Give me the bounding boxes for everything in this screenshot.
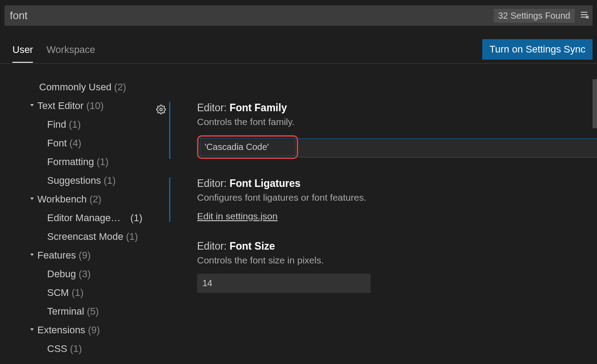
tree-count: (2) [89, 194, 101, 205]
tree-count: (2) [114, 81, 126, 93]
chevron-down-icon [28, 100, 36, 112]
settings-search-bar: 32 Settings Found [4, 5, 593, 26]
tab-workspace[interactable]: Workspace [46, 40, 95, 63]
settings-main-panel: Editor: Font Family Controls the font fa… [156, 76, 597, 358]
settings-tree-sidebar: Commonly Used (2) Text Editor (10) Find … [0, 76, 156, 358]
tree-item-debug[interactable]: Debug (3) [13, 265, 156, 283]
chevron-down-icon [28, 324, 36, 336]
tree-label: Formatting [47, 156, 94, 168]
search-right-controls: 32 Settings Found [494, 9, 589, 23]
settings-content: Commonly Used (2) Text Editor (10) Find … [0, 76, 597, 358]
tree-item-find[interactable]: Find (1) [13, 115, 156, 134]
filter-icon[interactable] [579, 10, 589, 21]
vertical-scrollbar-thumb[interactable] [593, 79, 597, 128]
tree-item-editor-management[interactable]: Editor Manage… (1) [13, 209, 156, 227]
highlight-annotation [197, 135, 298, 159]
settings-found-badge: 32 Settings Found [494, 9, 575, 23]
svg-point-5 [160, 108, 162, 111]
font-family-input[interactable] [200, 138, 295, 156]
setting-title: Editor: Font Family [197, 102, 597, 114]
tree-item-css[interactable]: CSS (1) [13, 340, 156, 358]
input-background-extension [298, 138, 597, 158]
setting-editor-font-size: Editor: Font Size Controls the font size… [169, 240, 597, 293]
tree-item-suggestions[interactable]: Suggestions (1) [13, 171, 156, 190]
tree-item-features[interactable]: Features (9) [13, 246, 156, 265]
tree-item-scm[interactable]: SCM (1) [13, 283, 156, 302]
tree-label: Find [47, 119, 66, 130]
setting-editor-font-ligatures: Editor: Font Ligatures Configures font l… [169, 178, 597, 222]
setting-description: Controls the font size in pixels. [197, 255, 597, 266]
tree-item-terminal[interactable]: Terminal (5) [13, 302, 156, 321]
tree-count: (10) [86, 100, 104, 112]
setting-description: Configures font ligatures or font featur… [197, 192, 597, 203]
settings-scope-tabs-row: User Workspace Turn on Settings Sync [0, 39, 597, 64]
tree-label: CSS [47, 343, 67, 355]
chevron-down-icon [28, 250, 36, 261]
tree-count: (1) [130, 212, 142, 224]
tree-count: (3) [79, 268, 91, 280]
tree-count: (1) [126, 231, 138, 243]
tree-item-extensions[interactable]: Extensions (9) [13, 321, 156, 340]
chevron-down-icon [28, 194, 36, 205]
tree-label: Screencast Mode [47, 231, 123, 243]
tree-count: (5) [87, 306, 99, 317]
tree-count: (1) [97, 156, 109, 168]
edit-in-settings-json-link[interactable]: Edit in settings.json [197, 211, 278, 221]
tree-label: SCM [47, 287, 69, 299]
tree-item-workbench[interactable]: Workbench (2) [13, 190, 156, 209]
setting-editor-font-family: Editor: Font Family Controls the font fa… [169, 102, 597, 159]
tab-user[interactable]: User [12, 40, 33, 63]
tree-item-commonly-used[interactable]: Commonly Used (2) [13, 78, 156, 97]
setting-title: Editor: Font Ligatures [197, 178, 597, 190]
tree-label: Features [37, 250, 76, 261]
tree-label: Font [47, 138, 67, 149]
tree-label: Terminal [47, 306, 84, 317]
tree-count: (1) [69, 119, 81, 130]
tree-label: Workbench [37, 194, 87, 205]
tree-count: (1) [104, 175, 116, 186]
tree-item-formatting[interactable]: Formatting (1) [13, 153, 156, 171]
tree-label: Commonly Used [39, 81, 112, 93]
tree-label: Debug [47, 268, 76, 280]
gear-icon[interactable] [156, 105, 166, 116]
tree-label: Editor Manage… [47, 212, 121, 224]
tree-count: (1) [70, 343, 82, 355]
tree-count: (4) [69, 138, 81, 149]
tree-count: (9) [88, 324, 100, 336]
setting-description: Controls the font family. [197, 117, 597, 127]
settings-sync-button[interactable]: Turn on Settings Sync [482, 39, 593, 60]
tree-count: (1) [72, 287, 84, 299]
font-size-input[interactable] [197, 274, 371, 293]
tree-label: Extensions [37, 324, 85, 336]
tree-item-text-editor[interactable]: Text Editor (10) [13, 97, 156, 115]
tree-item-font[interactable]: Font (4) [13, 134, 156, 153]
tree-label: Text Editor [37, 100, 84, 112]
setting-title: Editor: Font Size [197, 240, 597, 252]
tree-label: Suggestions [47, 175, 101, 186]
tree-item-screencast-mode[interactable]: Screencast Mode (1) [13, 227, 156, 246]
tree-count: (9) [79, 250, 91, 261]
settings-search-input[interactable] [10, 9, 494, 22]
